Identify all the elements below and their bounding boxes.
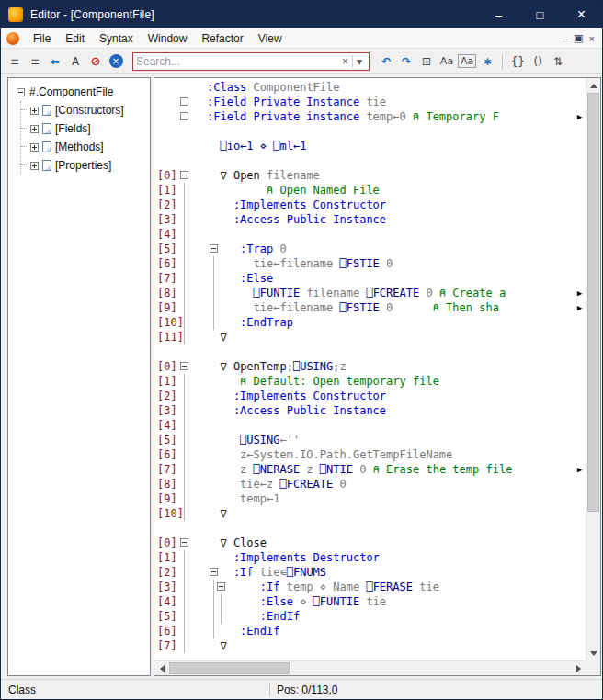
tree-expand-icon[interactable] <box>30 125 39 133</box>
no-edit-icon[interactable]: ⊘ <box>86 52 105 71</box>
menu-view[interactable]: View <box>251 29 290 48</box>
code-line[interactable]: [1] ⍝ Open Named File <box>154 183 586 198</box>
code-line[interactable] <box>154 153 586 168</box>
code-line[interactable]: [11] ∇ <box>154 330 586 344</box>
child-close-button[interactable]: × <box>589 33 595 44</box>
fold-collapse-icon[interactable] <box>210 568 218 576</box>
fold-collapse-icon[interactable] <box>210 244 218 253</box>
code-line[interactable]: [10] :EndTrap <box>154 315 586 330</box>
child-restore-button[interactable]: ▣ <box>574 32 583 44</box>
code-lines[interactable]: :Class ComponentFile:Field Private Insta… <box>154 80 586 660</box>
code-line[interactable]: [7] :Else <box>154 271 586 286</box>
tree-expand-icon[interactable] <box>30 143 39 152</box>
code-line[interactable]: [8] ⎕FUNTIE filename ⎕FCREATE 0 ⍝ Create… <box>154 286 586 300</box>
fold-collapse-icon[interactable] <box>217 582 225 591</box>
tree-item-methods[interactable]: [Methods] <box>21 138 147 156</box>
search-previous-icon[interactable]: ↶ <box>377 52 395 71</box>
code-line[interactable]: [0] ∇ OpenTemp;⎕USING;z <box>154 359 586 374</box>
code-line[interactable]: [7] z ⎕NERASE z ⎕NTIE 0 ⍝ Erase the temp… <box>154 462 586 477</box>
scroll-up-button[interactable] <box>586 78 601 93</box>
back-arrow-icon[interactable]: ⇐ <box>46 52 64 71</box>
title-bar[interactable]: Editor - [ComponentFile] – □ × <box>1 1 602 28</box>
fold-collapse-icon[interactable] <box>180 362 188 370</box>
tree-root[interactable]: #.ComponentFile <box>11 83 147 101</box>
line-number: [2] <box>157 565 177 580</box>
code-line[interactable]: [6] :EndIf <box>154 624 586 638</box>
code-line[interactable]: ⎕io←1 ⋄ ⎕ml←1 <box>154 139 586 153</box>
tree-item-properties[interactable]: [Properties] <box>21 156 147 175</box>
tree-item-fields[interactable]: [Fields] <box>21 119 147 138</box>
code-line[interactable]: [3] :If temp ⋄ Name ⎕FERASE tie <box>154 580 586 594</box>
code-line[interactable]: [6] z←System.IO.Path.GetTempFileName <box>154 447 586 462</box>
search-clear-icon[interactable]: × <box>338 55 352 68</box>
code-line[interactable]: [3] :Access Public Instance <box>154 403 586 418</box>
code-line[interactable]: [0] ∇ Close <box>154 536 586 550</box>
line-number: [8] <box>157 477 177 491</box>
code-line[interactable]: :Field Private instance temp←0 ⍝ Tempora… <box>154 109 586 124</box>
vertical-scrollbar[interactable] <box>586 78 600 660</box>
horizontal-scroll-thumb[interactable] <box>169 662 290 674</box>
code-line[interactable]: [0] ∇ Open filename <box>154 168 586 183</box>
code-line[interactable]: [4] :Else ⋄ ⎕FUNTIE tie <box>154 594 586 609</box>
reorder-lines-icon[interactable]: ⇅ <box>549 52 567 71</box>
code-line[interactable]: [5] :Trap 0 <box>154 242 586 256</box>
menu-refactor[interactable]: Refactor <box>194 29 250 48</box>
search-dropdown-icon[interactable]: ▾ <box>353 55 366 68</box>
whole-word-icon[interactable]: Aa <box>458 52 476 71</box>
code-line[interactable]: [10] ∇ <box>154 506 586 521</box>
code-line[interactable]: [2] :If tie∊⎕FNUMS <box>154 565 586 580</box>
code-line[interactable] <box>154 344 586 359</box>
fold-line <box>184 594 185 609</box>
scroll-down-button[interactable] <box>586 646 601 660</box>
line-numbers-icon[interactable]: ≡ <box>6 52 24 71</box>
code-line[interactable]: [7] ∇ <box>154 638 586 653</box>
code-line[interactable]: [8] tie←z ⎕FCREATE 0 <box>154 477 586 491</box>
scroll-right-button[interactable] <box>571 661 586 676</box>
braces-icon[interactable]: {} <box>508 52 527 71</box>
close-button[interactable]: × <box>561 1 602 28</box>
vertical-scroll-thumb[interactable] <box>587 93 599 512</box>
tree-collapse-icon[interactable] <box>17 88 25 96</box>
code-line[interactable]: [5] :EndIf <box>154 609 586 624</box>
code-line[interactable] <box>154 653 586 660</box>
code-line[interactable]: [2] :Implements Constructor <box>154 198 586 212</box>
code-line[interactable]: [1] :Implements Destructor <box>154 550 586 565</box>
code-line[interactable] <box>154 521 586 536</box>
regex-icon[interactable]: ∗ <box>478 52 496 71</box>
menu-edit[interactable]: Edit <box>58 29 92 48</box>
code-line[interactable]: :Class ComponentFile <box>154 80 586 95</box>
child-minimize-button[interactable]: – <box>563 33 568 44</box>
code-line[interactable] <box>154 124 586 139</box>
outline-list-icon[interactable]: ≡ <box>26 52 44 71</box>
menu-file[interactable]: File <box>26 29 58 48</box>
fold-collapse-icon[interactable] <box>180 171 188 179</box>
maximize-button[interactable]: □ <box>519 1 561 28</box>
tree-expand-icon[interactable] <box>30 162 39 170</box>
fold-line <box>184 506 185 521</box>
font-case-icon[interactable]: A <box>66 52 85 71</box>
code-line[interactable]: [4] <box>154 227 586 242</box>
search-input[interactable] <box>136 55 338 68</box>
code-line[interactable]: :Field Private Instance tie <box>154 95 586 109</box>
code-line[interactable]: [3] :Access Public Instance <box>154 212 586 227</box>
code-line[interactable]: [5] ⎕USING←'' <box>154 433 586 447</box>
abort-close-icon[interactable]: × <box>107 52 125 71</box>
code-line[interactable]: [4] <box>154 418 586 433</box>
scroll-left-button[interactable] <box>154 661 169 676</box>
code-line[interactable]: [6] tie←filename ⎕FSTIE 0 <box>154 256 586 271</box>
fold-collapse-icon[interactable] <box>180 538 188 547</box>
horizontal-scrollbar[interactable] <box>154 660 586 675</box>
parens-icon[interactable]: () <box>529 52 547 71</box>
code-line[interactable]: [1] ⍝ Default: Open temporary file <box>154 374 586 389</box>
code-line[interactable]: [9] temp←1 <box>154 491 586 506</box>
match-case-icon[interactable]: Aa <box>438 52 456 71</box>
search-next-icon[interactable]: ↷ <box>397 52 415 71</box>
code-line[interactable]: [2] :Implements Constructor <box>154 389 586 403</box>
expand-all-icon[interactable]: ⊞ <box>417 52 436 71</box>
menu-syntax[interactable]: Syntax <box>92 29 141 48</box>
minimize-button[interactable]: – <box>478 1 519 28</box>
tree-item-constructors[interactable]: [Constructors] <box>21 101 147 119</box>
code-line[interactable]: [9] tie←filename ⎕FSTIE 0 ⍝ Then sha▶ <box>154 300 586 315</box>
tree-expand-icon[interactable] <box>30 107 39 115</box>
menu-window[interactable]: Window <box>141 29 195 48</box>
